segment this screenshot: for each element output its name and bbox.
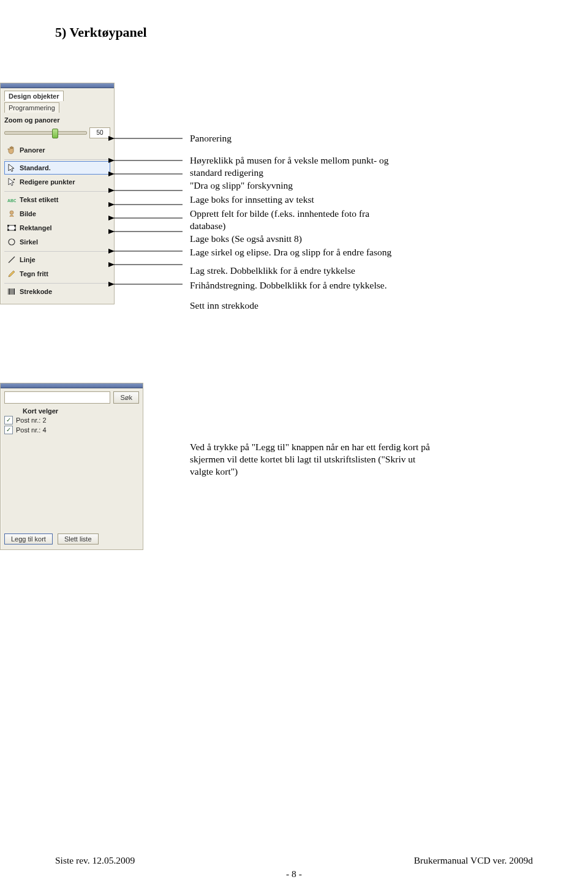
barcode-icon: [7, 287, 16, 296]
tool-linje[interactable]: Linje: [4, 253, 110, 266]
tool-label: Redigere punkter: [20, 178, 75, 186]
svg-rect-7: [14, 229, 16, 231]
checkbox-icon: ✓: [4, 416, 13, 424]
zoom-slider[interactable]: [4, 131, 87, 135]
svg-text:ABC: ABC: [7, 198, 16, 203]
tool-label: Tegn fritt: [20, 270, 48, 277]
svg-point-0: [13, 179, 15, 181]
annotation-dra-slipp: "Dra og slipp" forskyvning: [190, 179, 293, 192]
checkbox-label: Post nr.: 4: [16, 426, 47, 434]
footer-manual-title: Brukermanual VCD ver. 2009d: [414, 855, 533, 866]
cursor-icon: [7, 164, 16, 172]
tool-label: Bilde: [20, 210, 36, 217]
tool-label: Panorer: [20, 146, 45, 154]
panel-titlebar: [1, 83, 114, 88]
annotation-frihaand: Frihåndstregning. Dobbelklikk for å endr…: [190, 279, 387, 292]
svg-point-2: [10, 211, 13, 214]
tool-standard[interactable]: Standard.: [4, 161, 110, 175]
page-footer: Siste rev. 12.05.2009 Brukermanual VCD v…: [55, 855, 533, 880]
annotation-strekkode: Sett inn strekkode: [190, 300, 258, 312]
line-icon: [7, 255, 16, 264]
pencil-icon: [7, 269, 16, 278]
edit-points-icon: [7, 178, 16, 186]
tool-sirkel[interactable]: Sirkel: [4, 235, 110, 249]
annotation-hoyreklikk: Høyreklikk på musen for å veksle mellom …: [190, 154, 392, 179]
checkbox-label: Post nr.: 2: [16, 416, 47, 424]
tool-label: Tekst etikett: [20, 196, 58, 203]
tool-label: Sirkel: [20, 238, 38, 246]
svg-rect-13: [12, 288, 13, 295]
panel-titlebar: [1, 383, 143, 388]
tool-tegn-fritt[interactable]: Tegn fritt: [4, 267, 110, 281]
tool-panorer[interactable]: Panorer: [4, 143, 110, 157]
annotation-panorering: Panorering: [190, 132, 232, 145]
rectangle-icon: [7, 224, 16, 232]
page-number: - 8 -: [55, 869, 533, 880]
svg-rect-10: [8, 288, 9, 295]
zoom-value: 50: [89, 127, 110, 138]
circle-icon: [7, 238, 16, 246]
tool-panel: Design objekter Programmering Zoom og pa…: [0, 83, 115, 304]
annotation-lage-boks: Lage boks (Se også avsnitt 8): [190, 233, 302, 245]
zoom-slider-thumb[interactable]: [52, 129, 58, 138]
svg-rect-5: [14, 225, 16, 227]
slett-liste-button[interactable]: Slett liste: [58, 533, 99, 544]
section-heading: 5) Verktøypanel: [55, 24, 533, 40]
tool-label: Strekkode: [20, 288, 52, 295]
zoom-label: Zoom og panorer: [4, 115, 110, 125]
legg-til-button[interactable]: Legg til kort: [4, 533, 53, 544]
annotation-opprett-bilde: Opprett felt for bilde (f.eks. innhented…: [190, 208, 398, 232]
checkbox-post-4[interactable]: ✓ Post nr.: 4: [4, 426, 139, 434]
tool-redigere-punkter[interactable]: Redigere punkter: [4, 175, 110, 189]
search-button[interactable]: Søk: [113, 391, 139, 404]
svg-point-8: [9, 239, 15, 245]
search-input[interactable]: [4, 391, 110, 404]
annotation-lag-strek: Lag strek. Dobbelklikk for å endre tykke…: [190, 265, 355, 277]
checkbox-post-2[interactable]: ✓ Post nr.: 2: [4, 416, 139, 424]
svg-rect-4: [7, 225, 9, 227]
svg-rect-14: [13, 288, 15, 295]
text-icon: ABC: [7, 195, 16, 204]
svg-line-9: [9, 257, 15, 263]
tool-label: Linje: [20, 256, 36, 263]
hand-icon: [7, 146, 16, 154]
search-panel: Søk Kort velger ✓ Post nr.: 2 ✓ Post nr.…: [0, 383, 143, 550]
tool-label: Standard.: [20, 164, 51, 171]
svg-rect-6: [7, 229, 9, 231]
kort-velger-label: Kort velger: [23, 407, 139, 415]
tab-design-objekter[interactable]: Design objekter: [4, 91, 64, 101]
footer-revision: Siste rev. 12.05.2009: [55, 855, 135, 866]
image-icon: [7, 209, 16, 218]
svg-rect-12: [11, 288, 12, 295]
svg-rect-11: [9, 288, 10, 295]
annotation-lage-sirkel: Lage sirkel og elipse. Dra og slipp for …: [190, 246, 459, 258]
tool-strekkode[interactable]: Strekkode: [4, 285, 110, 298]
tab-programmering[interactable]: Programmering: [4, 102, 59, 113]
tool-rektangel[interactable]: Rektangel: [4, 221, 110, 235]
tool-tekst-etikett[interactable]: ABC Tekst etikett: [4, 193, 110, 206]
paragraph-legg-til: Ved å trykke på "Legg til" knappen når e…: [190, 441, 435, 477]
tool-label: Rektangel: [20, 224, 52, 232]
checkbox-icon: ✓: [4, 426, 13, 434]
tool-bilde[interactable]: Bilde: [4, 207, 110, 220]
annotation-lage-boks-tekst: Lage boks for innsetting av tekst: [190, 194, 314, 206]
